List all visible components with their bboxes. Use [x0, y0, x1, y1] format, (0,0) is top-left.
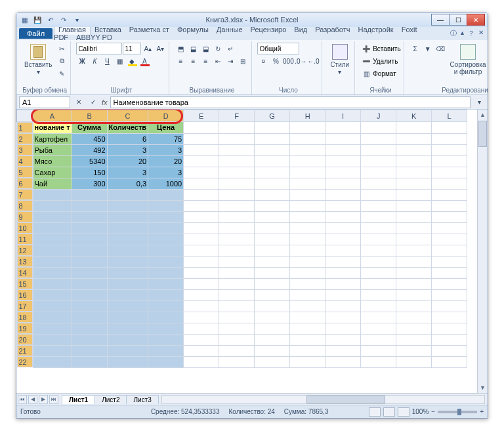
cell-E6[interactable]	[184, 178, 219, 189]
cell-I22[interactable]	[326, 356, 361, 367]
tab-nav-next-icon[interactable]: ▶	[39, 395, 48, 404]
cell-I20[interactable]	[326, 334, 361, 345]
cell-A19[interactable]	[33, 323, 72, 334]
cell-A17[interactable]	[33, 300, 72, 312]
cell-K2[interactable]	[396, 133, 432, 144]
cell-C9[interactable]	[107, 211, 148, 222]
cell-B18[interactable]	[72, 312, 107, 323]
cell-K4[interactable]	[396, 155, 432, 167]
row-header-3[interactable]: 3	[17, 144, 33, 155]
cell-E7[interactable]	[184, 189, 219, 200]
cell-G12[interactable]	[255, 245, 290, 256]
cell-K12[interactable]	[396, 245, 432, 256]
cell-G10[interactable]	[255, 222, 290, 234]
cell-K19[interactable]	[396, 323, 432, 334]
row-header-21[interactable]: 21	[17, 345, 33, 356]
row-header-1[interactable]: 1	[17, 122, 33, 133]
cell-A2[interactable]: Картофел	[33, 133, 72, 144]
cell-B5[interactable]: 150	[72, 167, 107, 178]
cell-J12[interactable]	[361, 245, 396, 256]
cell-L5[interactable]	[432, 167, 467, 178]
cell-L19[interactable]	[432, 323, 467, 334]
cell-B11[interactable]	[72, 234, 107, 245]
cell-I21[interactable]	[326, 345, 361, 356]
number-format-combo[interactable]: Общий	[257, 43, 299, 54]
cell-F15[interactable]	[219, 278, 255, 289]
cell-E17[interactable]	[184, 300, 219, 312]
cell-K17[interactable]	[396, 300, 432, 312]
format-painter-icon[interactable]: ✎	[56, 68, 68, 79]
align-bottom-icon[interactable]: ⬓	[200, 43, 211, 54]
cell-K3[interactable]	[396, 144, 432, 155]
tab-nav-first-icon[interactable]: ⏮	[18, 395, 27, 404]
cell-I10[interactable]	[326, 222, 361, 234]
cell-E5[interactable]	[184, 167, 219, 178]
accept-formula-icon[interactable]: ✓	[87, 96, 99, 108]
cell-J5[interactable]	[361, 167, 396, 178]
cell-E12[interactable]	[184, 245, 219, 256]
cell-J13[interactable]	[361, 256, 396, 267]
cell-I8[interactable]	[326, 200, 361, 211]
cell-A7[interactable]	[33, 189, 72, 200]
delete-cells-icon[interactable]: ➖	[360, 55, 372, 67]
cell-G9[interactable]	[255, 211, 290, 222]
cell-D3[interactable]: 3	[148, 144, 184, 155]
cell-F18[interactable]	[219, 312, 255, 323]
cell-D17[interactable]	[148, 300, 184, 312]
row-header-9[interactable]: 9	[17, 211, 33, 222]
cell-F10[interactable]	[219, 222, 255, 234]
scroll-thumb[interactable]	[478, 121, 487, 147]
cell-B9[interactable]	[72, 211, 107, 222]
cell-E9[interactable]	[184, 211, 219, 222]
cell-B7[interactable]	[72, 189, 107, 200]
cell-F22[interactable]	[219, 356, 255, 367]
formula-bar[interactable]: Наименование товара	[110, 96, 471, 108]
cell-L14[interactable]	[432, 267, 467, 278]
cell-A12[interactable]	[33, 245, 72, 256]
help-icon[interactable]: ⓘ	[450, 29, 457, 38]
cell-I5[interactable]	[326, 167, 361, 178]
cell-E15[interactable]	[184, 278, 219, 289]
cell-B2[interactable]: 450	[72, 133, 107, 144]
cell-L8[interactable]	[432, 200, 467, 211]
cell-K18[interactable]	[396, 312, 432, 323]
cell-C21[interactable]	[107, 345, 148, 356]
cell-A6[interactable]: Чай	[33, 178, 72, 189]
col-header-J[interactable]: J	[361, 110, 396, 122]
font-color-icon[interactable]: A	[138, 55, 150, 67]
cell-E16[interactable]	[184, 289, 219, 300]
fill-color-icon[interactable]: ◆	[126, 55, 138, 67]
cell-K6[interactable]	[396, 178, 432, 189]
cell-J14[interactable]	[361, 267, 396, 278]
cell-E3[interactable]	[184, 144, 219, 155]
clear-icon[interactable]: ⌫	[434, 43, 446, 54]
cell-H16[interactable]	[290, 289, 326, 300]
cell-J18[interactable]	[361, 312, 396, 323]
row-header-4[interactable]: 4	[17, 155, 33, 167]
cell-E20[interactable]	[184, 334, 219, 345]
file-tab[interactable]: Файл	[19, 28, 52, 39]
cell-D7[interactable]	[148, 189, 184, 200]
col-header-G[interactable]: G	[255, 110, 290, 122]
cell-D8[interactable]	[148, 200, 184, 211]
cell-L6[interactable]	[432, 178, 467, 189]
cell-G4[interactable]	[255, 155, 290, 167]
comma-icon[interactable]: 000	[282, 55, 294, 67]
cell-H7[interactable]	[290, 189, 326, 200]
copy-icon[interactable]: ⧉	[56, 55, 68, 67]
cell-C12[interactable]	[107, 245, 148, 256]
cell-E2[interactable]	[184, 133, 219, 144]
cell-F8[interactable]	[219, 200, 255, 211]
orientation-icon[interactable]: ↻	[212, 43, 224, 54]
cell-A3[interactable]: Рыба	[33, 144, 72, 155]
cell-K21[interactable]	[396, 345, 432, 356]
cell-J3[interactable]	[361, 144, 396, 155]
row-header-19[interactable]: 19	[17, 323, 33, 334]
cell-E14[interactable]	[184, 267, 219, 278]
cell-I3[interactable]	[326, 144, 361, 155]
bold-button[interactable]: Ж	[76, 55, 88, 67]
cell-I16[interactable]	[326, 289, 361, 300]
cell-K7[interactable]	[396, 189, 432, 200]
cell-A18[interactable]	[33, 312, 72, 323]
cell-H13[interactable]	[290, 256, 326, 267]
